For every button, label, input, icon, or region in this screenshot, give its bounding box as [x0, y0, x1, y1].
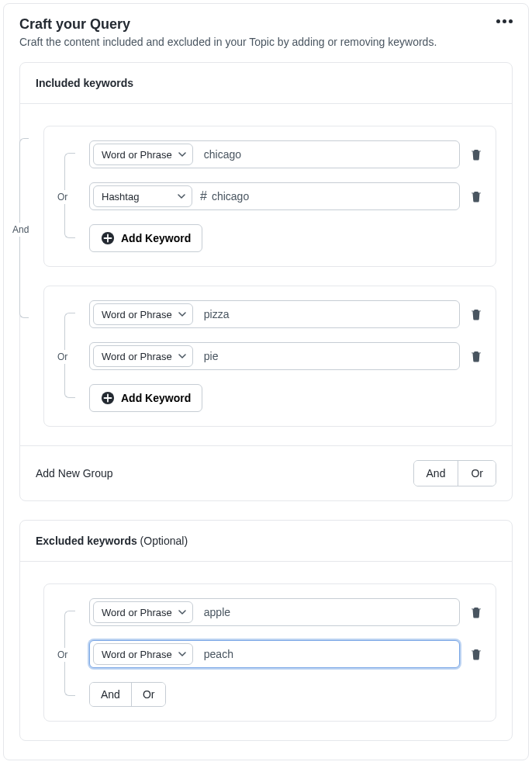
keyword-input[interactable]: [196, 308, 459, 320]
keyword-type-label: Word or Phrase: [102, 351, 172, 362]
keyword-type-select[interactable]: Hashtag: [93, 185, 192, 207]
keyword-input-wrapper: Word or Phrase: [89, 640, 460, 668]
keyword-input-wrapper: Word or Phrase: [89, 342, 460, 370]
or-operator-label: Or: [57, 190, 67, 204]
delete-keyword-button[interactable]: [469, 647, 483, 661]
keyword-group: Or Word or Phrase: [43, 126, 496, 267]
hashtag-icon: #: [195, 189, 209, 203]
keyword-type-select[interactable]: Word or Phrase: [93, 303, 193, 325]
keyword-group: Or Word or Phrase: [43, 286, 496, 427]
and-operator-label: And: [12, 223, 29, 237]
delete-keyword-button[interactable]: [469, 147, 483, 161]
keyword-row: Word or Phrase: [89, 300, 483, 328]
keyword-input-wrapper: Hashtag #: [89, 182, 460, 210]
keyword-type-select[interactable]: Word or Phrase: [93, 601, 193, 623]
add-group-and-button[interactable]: And: [414, 461, 458, 486]
page-subtitle: Craft the content included and excluded …: [19, 36, 437, 48]
keyword-input[interactable]: [196, 148, 459, 161]
page-header: Craft your Query Craft the content inclu…: [4, 4, 528, 62]
excluded-title: Excluded keywords (Optional): [20, 521, 512, 562]
add-keyword-button[interactable]: Add Keyword: [89, 384, 202, 412]
keyword-row: Hashtag #: [89, 182, 483, 210]
keyword-type-select[interactable]: Word or Phrase: [93, 144, 193, 165]
add-new-group-label: Add New Group: [36, 467, 113, 480]
keyword-input-wrapper: Word or Phrase: [89, 140, 460, 168]
delete-keyword-button[interactable]: [469, 307, 483, 321]
included-section: Included keywords And Or Word or Phrase: [19, 62, 513, 501]
row-and-button[interactable]: And: [90, 683, 131, 706]
keyword-row: Word or Phrase: [89, 140, 483, 168]
keyword-type-label: Word or Phrase: [102, 309, 172, 320]
chevron-down-icon: [178, 310, 186, 318]
chevron-down-icon: [178, 151, 186, 158]
add-keyword-button[interactable]: Add Keyword: [89, 224, 202, 252]
chevron-down-icon: [178, 352, 186, 360]
chevron-down-icon: [178, 192, 185, 200]
included-body: And Or Word or Phrase: [20, 104, 512, 445]
delete-keyword-button[interactable]: [469, 189, 483, 203]
plus-circle-icon: [101, 391, 115, 405]
keyword-input[interactable]: [196, 606, 459, 618]
keyword-type-label: Word or Phrase: [102, 149, 172, 161]
keyword-input[interactable]: [196, 648, 459, 660]
keyword-input-wrapper: Word or Phrase: [89, 598, 460, 626]
add-keyword-label: Add Keyword: [121, 232, 191, 244]
keyword-type-label: Word or Phrase: [102, 607, 172, 618]
more-menu-button[interactable]: [496, 16, 513, 23]
keyword-input[interactable]: [209, 190, 459, 203]
query-builder: Craft your Query Craft the content inclu…: [3, 3, 529, 760]
included-title: Included keywords: [20, 63, 512, 104]
chevron-down-icon: [178, 608, 186, 616]
or-operator-label: Or: [57, 648, 67, 662]
keyword-row: Word or Phrase: [89, 598, 483, 626]
optional-label: (Optional): [140, 535, 188, 547]
keyword-row: Word or Phrase: [89, 640, 483, 668]
row-operator-buttons: And Or: [89, 682, 166, 707]
add-group-operator-buttons: And Or: [413, 460, 496, 486]
keyword-row: Word or Phrase: [89, 342, 483, 370]
page-title: Craft your Query: [19, 16, 437, 33]
keyword-type-select[interactable]: Word or Phrase: [93, 345, 193, 367]
keyword-type-select[interactable]: Word or Phrase: [93, 643, 193, 665]
excluded-section: Excluded keywords (Optional) Or Word or …: [19, 520, 513, 741]
keyword-type-label: Hashtag: [102, 191, 139, 203]
keyword-input[interactable]: [196, 350, 459, 362]
keyword-group: Or Word or Phrase: [43, 583, 496, 722]
add-group-row: Add New Group And Or: [20, 445, 512, 500]
or-operator-label: Or: [57, 350, 67, 364]
keyword-input-wrapper: Word or Phrase: [89, 300, 460, 328]
add-keyword-label: Add Keyword: [121, 392, 191, 404]
delete-keyword-button[interactable]: [469, 349, 483, 363]
keyword-type-label: Word or Phrase: [102, 649, 172, 660]
row-or-button[interactable]: Or: [131, 683, 166, 706]
plus-circle-icon: [101, 231, 115, 245]
delete-keyword-button[interactable]: [469, 605, 483, 619]
chevron-down-icon: [178, 650, 186, 658]
excluded-body: Or Word or Phrase: [20, 562, 512, 740]
add-group-or-button[interactable]: Or: [458, 461, 496, 486]
